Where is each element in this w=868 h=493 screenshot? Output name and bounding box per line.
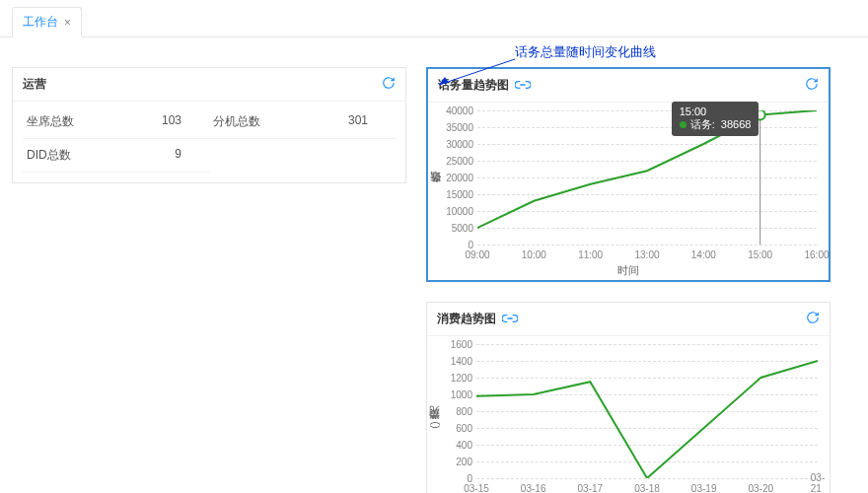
y-tick: 35000 <box>440 122 473 133</box>
y-tick: 800 <box>439 406 472 417</box>
stat-value: 301 <box>348 113 392 130</box>
y-tick: 1000 <box>439 389 472 400</box>
x-tick: 16:00 <box>804 249 829 260</box>
stat-did: DID总数 9 <box>23 139 209 173</box>
refresh-icon[interactable] <box>805 77 819 94</box>
link-icon[interactable] <box>502 313 518 326</box>
x-tick: 11:00 <box>578 249 603 260</box>
chart-title: 话务量趋势图 <box>438 77 509 94</box>
y-tick: 15000 <box>440 189 473 200</box>
y-tick: 1400 <box>439 356 472 367</box>
line-series <box>477 110 817 245</box>
y-tick: 40000 <box>440 106 473 116</box>
grid-line <box>477 245 817 246</box>
x-axis-label: 时间 <box>617 263 639 278</box>
x-tick: 09:00 <box>465 249 489 260</box>
stat-value: 9 <box>175 147 205 164</box>
y-tick: 400 <box>439 440 472 451</box>
spending-trend-panel: 消费趋势图 消费(元) 日期 0200400600800100012001400… <box>426 302 831 493</box>
stat-label: DID总数 <box>27 147 71 164</box>
x-tick: 03-19 <box>691 483 717 493</box>
refresh-icon[interactable] <box>806 311 820 327</box>
stat-value: 103 <box>162 113 205 130</box>
y-tick: 0 <box>440 240 473 250</box>
grid-line <box>476 478 818 479</box>
y-tick: 0 <box>439 473 472 484</box>
close-icon[interactable]: × <box>64 16 71 30</box>
x-tick: 03-15 <box>464 483 489 493</box>
x-tick: 14:00 <box>691 249 716 260</box>
traffic-trend-panel: 话务量趋势图 话务数 时间 05000100001500020000250003… <box>426 67 831 282</box>
stat-agents: 坐席总数 103 <box>23 106 209 139</box>
chart-title: 消费趋势图 <box>437 311 496 327</box>
y-tick: 1600 <box>439 339 472 350</box>
y-tick: 1200 <box>439 373 472 384</box>
y-tick: 5000 <box>440 223 473 234</box>
y-tick: 30000 <box>440 139 473 150</box>
line-series <box>476 344 818 478</box>
x-tick: 03-20 <box>749 483 774 493</box>
annotation-text: 话务总量随时间变化曲线 <box>515 43 656 61</box>
y-tick: 200 <box>439 457 472 467</box>
chart-tooltip: 15:00话务: 38668 <box>672 102 760 136</box>
tab-label: 工作台 <box>23 14 58 31</box>
ops-panel-title: 运营 <box>23 76 46 93</box>
y-tick: 20000 <box>440 173 473 183</box>
x-tick: 03-18 <box>634 483 660 493</box>
y-tick: 10000 <box>440 206 473 217</box>
y-tick: 600 <box>439 423 472 434</box>
y-tick: 25000 <box>440 156 473 167</box>
ops-panel: 运营 坐席总数 103 分机总数 301 DID总数 9 <box>12 67 406 183</box>
stat-label: 分机总数 <box>213 113 260 130</box>
tab-workbench[interactable]: 工作台 × <box>12 7 82 37</box>
chart-area[interactable]: 消费(元) 日期 0200400600800100012001400160003… <box>427 336 830 493</box>
refresh-icon[interactable] <box>382 76 396 93</box>
link-icon[interactable] <box>515 79 531 93</box>
stat-label: 坐席总数 <box>27 113 74 130</box>
x-tick: 13:00 <box>634 249 659 260</box>
x-tick: 10:00 <box>522 249 546 260</box>
tab-bar: 工作台 × <box>0 0 868 37</box>
stat-extensions: 分机总数 301 <box>209 106 396 139</box>
x-tick: 03-17 <box>578 483 604 493</box>
x-tick: 15:00 <box>748 249 772 260</box>
chart-area[interactable]: 话务数 时间 050001000015000200002500030000350… <box>428 103 829 280</box>
x-tick: 03-16 <box>521 483 546 493</box>
